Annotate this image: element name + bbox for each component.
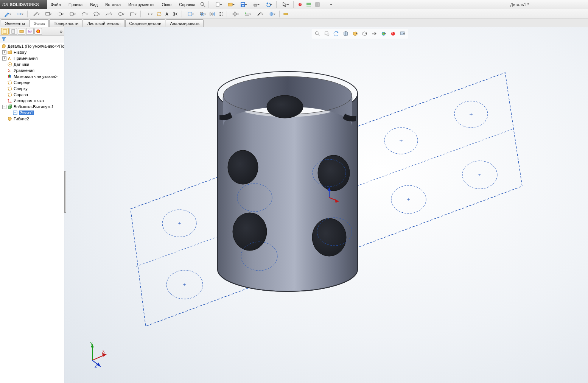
tree-top-plane[interactable]: Сверху	[0, 86, 64, 92]
part-icon	[1, 44, 6, 49]
filter-icon[interactable]	[2, 37, 6, 41]
search-icon[interactable]	[199, 1, 207, 8]
trim-tool-button[interactable]	[172, 10, 179, 18]
menu-window[interactable]: Окно	[158, 0, 176, 9]
tree-tab-display[interactable]	[34, 28, 42, 35]
tab-elements[interactable]: Элементы	[1, 19, 29, 27]
select-button[interactable]	[279, 1, 291, 8]
tree-tab-featuremanager[interactable]	[1, 28, 9, 35]
svg-marker-79	[8, 93, 12, 97]
rapid-sketch-button[interactable]	[282, 10, 289, 18]
tree-tab-propertymanager[interactable]	[9, 28, 17, 35]
menu-help[interactable]: Справка	[175, 0, 199, 9]
menu-tools[interactable]: Инструменты	[124, 0, 158, 9]
print-button[interactable]	[250, 1, 261, 8]
line-tool-button[interactable]	[30, 10, 41, 18]
plane-icon	[7, 86, 12, 91]
spline-tool-button[interactable]	[103, 10, 114, 18]
menu-insert[interactable]: Вставка	[101, 0, 124, 9]
svg-marker-53	[236, 13, 238, 15]
triad-y-label: Y	[90, 342, 93, 346]
fillet-tool-button[interactable]	[127, 10, 138, 18]
rectangle-tool-button[interactable]	[42, 10, 53, 18]
svg-point-30	[148, 13, 149, 14]
tree-front-plane[interactable]: Спереди	[0, 79, 64, 86]
move-entities-button[interactable]	[229, 10, 241, 18]
svg-point-45	[220, 14, 221, 14]
sketch-edit-button[interactable]	[2, 10, 13, 18]
tree-root[interactable]: Деталь1 (По умолчанию<<По	[0, 43, 64, 49]
circle-tool-button[interactable]	[66, 10, 78, 18]
collapse-icon[interactable]: −	[2, 105, 6, 109]
tree-tab-dimxpert[interactable]	[26, 28, 34, 35]
slot-tool-button[interactable]	[54, 10, 65, 18]
plane-icon	[7, 92, 12, 97]
orientation-triad[interactable]: Y X Z	[83, 341, 110, 368]
tree-flex-feature[interactable]: Гибкие2	[0, 116, 64, 122]
viewport-3d[interactable]: Y X Z	[64, 27, 588, 383]
polygon-tool-button[interactable]	[90, 10, 102, 18]
text-tool-button[interactable]: A	[163, 10, 171, 18]
save-button[interactable]	[237, 1, 249, 8]
new-document-button[interactable]	[212, 1, 224, 8]
mirror-button[interactable]	[208, 10, 216, 18]
tree-equations[interactable]: Σ Уравнения	[0, 67, 64, 73]
undo-button[interactable]	[262, 1, 274, 8]
settings-button[interactable]	[314, 1, 321, 8]
convert-entities-button[interactable]	[184, 10, 196, 18]
tab-analyze[interactable]: Анализировать	[166, 19, 204, 27]
plane-tool-button[interactable]	[155, 10, 163, 18]
svg-marker-51	[234, 16, 236, 17]
svg-point-0	[201, 2, 204, 5]
tab-surfaces[interactable]: Поверхности	[49, 19, 82, 27]
svg-text:A: A	[8, 56, 11, 61]
tree-extrude-feature[interactable]: − Бобышка-Вытянуть1	[0, 104, 64, 110]
task-pane-flyout[interactable]	[64, 171, 66, 213]
tree-right-plane[interactable]: Справа	[0, 92, 64, 98]
expand-icon[interactable]: +	[2, 50, 6, 54]
svg-point-41	[219, 12, 219, 13]
tree-sketch1[interactable]: Эскиз1	[0, 110, 64, 116]
expand-icon[interactable]: +	[2, 56, 6, 61]
menu-file[interactable]: Файл	[47, 0, 65, 9]
svg-marker-11	[283, 2, 286, 7]
point-tool-button[interactable]	[143, 10, 154, 18]
offset-entities-button[interactable]	[196, 10, 208, 18]
tab-sketch[interactable]: Эскиз	[30, 19, 49, 27]
svg-marker-31	[157, 12, 161, 16]
extrude-icon	[7, 104, 12, 109]
menu-edit[interactable]: Правка	[65, 0, 86, 9]
menu-view[interactable]: Вид	[86, 0, 101, 9]
quick-snaps-button[interactable]	[266, 10, 277, 18]
tree-material[interactable]: Материал <не указан>	[0, 73, 64, 79]
svg-rect-15	[306, 4, 311, 5]
svg-point-48	[220, 15, 221, 16]
svg-rect-26	[58, 13, 62, 15]
svg-rect-8	[254, 3, 257, 4]
linear-pattern-button[interactable]	[217, 10, 224, 18]
options-button[interactable]	[305, 1, 313, 8]
svg-point-34	[174, 14, 175, 16]
svg-rect-84	[8, 106, 11, 109]
tree-origin[interactable]: Исходная точка	[0, 98, 64, 104]
repair-sketch-button[interactable]	[254, 10, 265, 18]
svg-marker-40	[213, 12, 215, 16]
ellipse-tool-button[interactable]	[115, 10, 126, 18]
tree-expand-icon[interactable]: »	[60, 29, 62, 34]
feature-tree[interactable]: Деталь1 (По умолчанию<<По + History + A …	[0, 42, 64, 383]
tree-history[interactable]: + History	[0, 49, 64, 55]
folder-icon	[7, 50, 12, 55]
tree-annotations[interactable]: + A Примечания	[0, 55, 64, 61]
tab-weldments[interactable]: Сварные детали	[125, 19, 166, 27]
tab-sheetmetal[interactable]: Листовой металл	[83, 19, 124, 27]
tree-sensors[interactable]: Датчики	[0, 61, 64, 67]
logo-works: WORKS	[23, 2, 39, 7]
more-button[interactable]	[322, 1, 334, 8]
smart-dimension-button[interactable]	[14, 10, 25, 18]
open-button[interactable]	[225, 1, 236, 8]
tree-tab-configmanager[interactable]	[18, 28, 25, 35]
rebuild-button[interactable]	[296, 1, 304, 8]
arc-tool-button[interactable]	[78, 10, 90, 18]
annotation-icon: A	[7, 56, 12, 61]
display-relations-button[interactable]	[241, 10, 253, 18]
